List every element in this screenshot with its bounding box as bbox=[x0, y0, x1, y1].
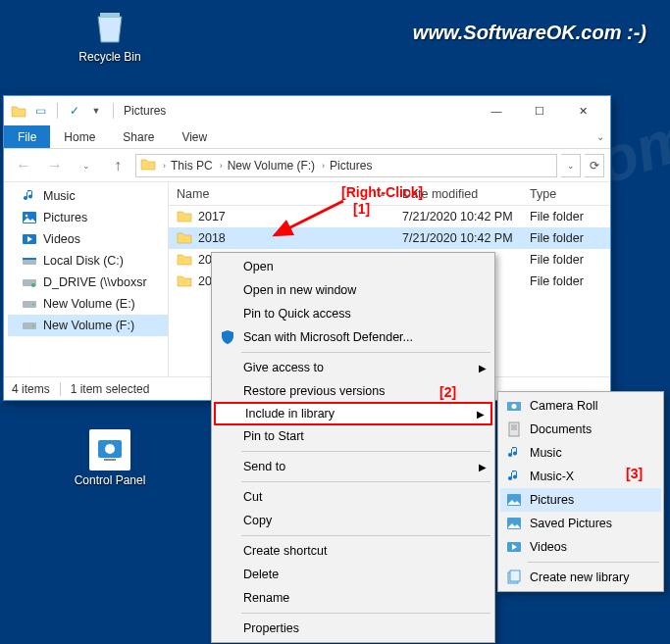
nav-back-button[interactable]: ← bbox=[10, 154, 37, 177]
library-menu-item[interactable]: Documents bbox=[500, 418, 661, 441]
tree-node-label: New Volume (E:) bbox=[43, 297, 135, 311]
context-menu-item[interactable]: Copy bbox=[214, 509, 492, 532]
control-panel-label: Control Panel bbox=[73, 473, 147, 487]
library-menu-item[interactable]: Videos bbox=[500, 535, 661, 559]
svg-rect-22 bbox=[510, 570, 520, 581]
tree-node-label: Music bbox=[43, 189, 76, 203]
folder-icon bbox=[177, 252, 192, 269]
context-menu-item[interactable]: Scan with Microsoft Defender... bbox=[214, 325, 492, 349]
column-date[interactable]: Date modified bbox=[394, 187, 522, 201]
context-menu-label: Pin to Quick access bbox=[243, 307, 351, 321]
library-menu-item[interactable]: Saved Pictures bbox=[500, 512, 661, 535]
library-menu-item[interactable]: Music-X bbox=[500, 465, 661, 488]
quick-access-toolbar: ▭ ✓ ▼ bbox=[10, 102, 118, 120]
context-menu-item[interactable]: Open in new window bbox=[214, 278, 492, 302]
lib-mus-icon bbox=[505, 468, 523, 485]
qat-properties-icon[interactable]: ▭ bbox=[31, 102, 49, 120]
chevron-right-icon: ▶ bbox=[479, 462, 487, 472]
tree-node[interactable]: Videos bbox=[8, 228, 168, 250]
tree-node[interactable]: New Volume (F:) bbox=[8, 315, 168, 336]
library-menu-item[interactable]: Music bbox=[500, 441, 661, 465]
recycle-bin-icon bbox=[89, 6, 130, 47]
context-menu-item[interactable]: Cut bbox=[214, 485, 492, 509]
context-menu: OpenOpen in new windowPin to Quick acces… bbox=[211, 252, 495, 643]
library-menu-label: Videos bbox=[530, 540, 567, 554]
control-panel[interactable]: Control Panel bbox=[73, 429, 147, 487]
breadcrumb-refresh[interactable]: ⟳ bbox=[585, 154, 604, 177]
ribbon-share[interactable]: Share bbox=[109, 125, 168, 148]
window-title: Pictures bbox=[124, 104, 166, 118]
sort-indicator-icon: ▲ bbox=[379, 189, 387, 198]
context-menu-item[interactable]: Give access to▶ bbox=[214, 356, 492, 379]
close-button[interactable]: ✕ bbox=[561, 97, 604, 124]
pic-icon bbox=[22, 210, 37, 225]
nav-history-dropdown[interactable]: ⌄ bbox=[73, 154, 100, 177]
file-row[interactable]: 20177/21/2020 10:42 PMFile folder bbox=[169, 206, 610, 227]
nav-up-button[interactable]: ↑ bbox=[104, 154, 131, 177]
minimize-button[interactable]: — bbox=[475, 97, 518, 124]
file-type: File folder bbox=[522, 274, 610, 288]
breadcrumb-dropdown[interactable]: ⌄ bbox=[561, 154, 581, 177]
context-menu-item[interactable]: Open bbox=[214, 255, 492, 278]
ribbon-file[interactable]: File bbox=[4, 125, 50, 148]
context-menu-item[interactable]: Rename bbox=[214, 586, 492, 610]
column-name[interactable]: Name▲ bbox=[169, 187, 394, 201]
tree-node[interactable]: Pictures bbox=[8, 207, 168, 228]
nav-tree: MusicPicturesVideosLocal Disk (C:)D_DRIV… bbox=[4, 182, 169, 376]
context-menu-label: Send to bbox=[243, 460, 285, 473]
library-menu-item[interactable]: Pictures bbox=[500, 488, 661, 512]
library-menu-item[interactable]: Camera Roll bbox=[500, 394, 661, 418]
tree-node-label: New Volume (F:) bbox=[43, 319, 134, 332]
chevron-right-icon: ▶ bbox=[479, 363, 487, 373]
nav-forward-button[interactable]: → bbox=[41, 154, 69, 177]
recycle-bin-label: Recycle Bin bbox=[73, 50, 147, 64]
column-type[interactable]: Type bbox=[522, 187, 610, 201]
library-menu-label: Music bbox=[530, 446, 562, 460]
breadcrumb-root-icon[interactable] bbox=[140, 157, 156, 173]
lib-mus-icon bbox=[505, 444, 523, 462]
tree-node[interactable]: Music bbox=[8, 185, 168, 207]
context-menu-item[interactable]: Include in library▶ bbox=[214, 402, 492, 425]
qat-dropdown-icon[interactable]: ▼ bbox=[87, 102, 105, 120]
lib-vid-icon bbox=[505, 538, 523, 556]
context-menu-item[interactable]: Pin to Quick access bbox=[214, 302, 492, 325]
file-name: 2017 bbox=[198, 210, 226, 223]
qat-newfolder-icon[interactable]: ✓ bbox=[66, 102, 83, 120]
maximize-button[interactable]: ☐ bbox=[518, 97, 561, 124]
context-menu-item[interactable]: Send to▶ bbox=[214, 455, 492, 478]
tree-node-label: Pictures bbox=[43, 211, 87, 224]
file-type: File folder bbox=[522, 231, 610, 245]
folder-icon bbox=[177, 273, 192, 290]
control-panel-icon bbox=[89, 429, 130, 471]
tree-node[interactable]: D_DRIVE (\\vboxsr bbox=[8, 272, 168, 293]
breadcrumb-seg-0[interactable]: This PC bbox=[171, 159, 213, 173]
breadcrumb[interactable]: › This PC › New Volume (F:) › Pictures bbox=[135, 154, 557, 177]
library-menu-item[interactable]: Create new library bbox=[500, 566, 661, 589]
ribbon-expand-icon[interactable]: ⌄ bbox=[591, 125, 610, 148]
file-row[interactable]: 20187/21/2020 10:42 PMFile folder bbox=[169, 227, 610, 249]
context-menu-item[interactable]: Delete bbox=[214, 563, 492, 586]
breadcrumb-seg-2[interactable]: Pictures bbox=[330, 159, 372, 173]
context-menu-label: Create shortcut bbox=[243, 544, 327, 558]
ribbon-view[interactable]: View bbox=[168, 125, 221, 148]
file-date: 7/21/2020 10:42 PM bbox=[394, 231, 522, 245]
context-menu-label: Open bbox=[243, 260, 274, 273]
tree-node[interactable]: New Volume (E:) bbox=[8, 293, 168, 315]
lib-pic-icon bbox=[505, 515, 523, 532]
context-menu-item[interactable]: Restore previous versions bbox=[214, 379, 492, 403]
tree-node[interactable]: Local Disk (C:) bbox=[8, 250, 168, 272]
context-menu-item[interactable]: Create shortcut bbox=[214, 539, 492, 563]
context-menu-label: Delete bbox=[243, 568, 279, 581]
context-menu-item[interactable]: Properties bbox=[214, 617, 492, 640]
disk-icon bbox=[22, 253, 37, 269]
library-menu-label: Camera Roll bbox=[530, 399, 597, 413]
context-menu-item[interactable]: Pin to Start bbox=[214, 424, 492, 448]
music-icon bbox=[22, 188, 37, 204]
context-menu-label: Include in library bbox=[245, 407, 335, 421]
recycle-bin[interactable]: Recycle Bin bbox=[73, 6, 147, 64]
ribbon-home[interactable]: Home bbox=[50, 125, 109, 148]
svg-point-16 bbox=[512, 404, 517, 409]
file-date: 7/21/2020 10:42 PM bbox=[394, 210, 522, 223]
svg-point-10 bbox=[31, 283, 35, 287]
breadcrumb-seg-1[interactable]: New Volume (F:) bbox=[228, 159, 315, 173]
